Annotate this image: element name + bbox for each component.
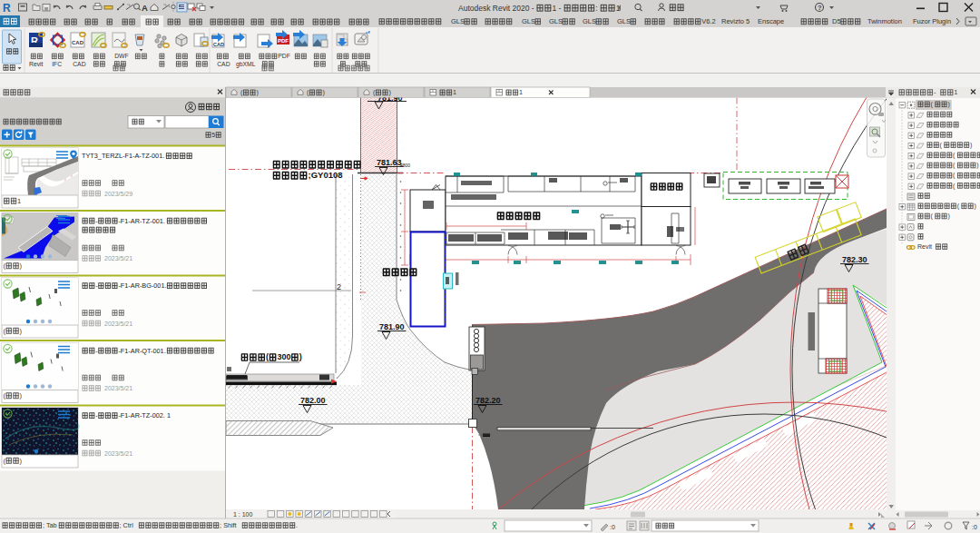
svg-text:GLS: GLS bbox=[522, 17, 535, 25]
svg-text::: : bbox=[595, 4, 597, 13]
svg-text:CAD: CAD bbox=[73, 61, 85, 67]
svg-text:300: 300 bbox=[277, 352, 290, 361]
svg-text:-F1-AR-QT-001.: -F1-AR-QT-001. bbox=[118, 347, 165, 355]
svg-text:-F1-AR-TZ-001.: -F1-AR-TZ-001. bbox=[118, 217, 165, 225]
svg-text:782.00: 782.00 bbox=[300, 396, 326, 405]
svg-text:2: 2 bbox=[337, 282, 341, 291]
svg-text:): ) bbox=[256, 88, 258, 96]
svg-text:Autodesk Revit 2020 -: Autodesk Revit 2020 - bbox=[458, 4, 534, 13]
svg-text:2023/5/21: 2023/5/21 bbox=[104, 321, 132, 327]
svg-text:1: 1 bbox=[954, 88, 957, 96]
svg-text:GLS: GLS bbox=[549, 17, 563, 25]
svg-text::0: :0 bbox=[972, 524, 977, 530]
svg-text:GLS: GLS bbox=[583, 17, 596, 25]
svg-text:1: 1 bbox=[17, 197, 21, 205]
svg-text:R: R bbox=[3, 2, 11, 15]
svg-text:1 : 100: 1 : 100 bbox=[233, 511, 253, 518]
svg-text:V6.2: V6.2 bbox=[701, 17, 715, 25]
svg-text:782.20: 782.20 bbox=[475, 396, 501, 405]
svg-text::0: :0 bbox=[610, 524, 615, 530]
svg-text:.: . bbox=[296, 521, 298, 529]
svg-text:): ) bbox=[975, 202, 976, 210]
svg-text:PDF: PDF bbox=[278, 38, 289, 44]
svg-text:CAD: CAD bbox=[72, 40, 84, 45]
svg-text:781.63: 781.63 bbox=[377, 158, 402, 167]
svg-text:gbXML: gbXML bbox=[236, 61, 256, 68]
svg-text:2023/5/21: 2023/5/21 bbox=[104, 255, 132, 262]
svg-text:GLS: GLS bbox=[617, 17, 631, 25]
svg-text:(: ( bbox=[266, 352, 269, 361]
svg-text:DWF: DWF bbox=[114, 53, 128, 59]
svg-text:): ) bbox=[322, 88, 324, 96]
svg-text:D5: D5 bbox=[832, 17, 841, 25]
svg-text:GLS: GLS bbox=[451, 17, 465, 25]
svg-text:Ctrl: Ctrl bbox=[123, 521, 134, 529]
svg-text:;: ; bbox=[220, 521, 221, 529]
svg-text:CAD: CAD bbox=[217, 61, 230, 67]
svg-text:2023/5/29: 2023/5/29 bbox=[104, 191, 132, 197]
svg-text:): ) bbox=[976, 162, 978, 169]
svg-text:A: A bbox=[142, 3, 148, 13]
svg-text:;GY0108: ;GY0108 bbox=[309, 170, 343, 180]
svg-text:Tab: Tab bbox=[46, 521, 57, 529]
svg-text:): ) bbox=[970, 142, 972, 149]
svg-text:1: 1 bbox=[519, 88, 523, 96]
svg-text:Revit: Revit bbox=[917, 243, 932, 250]
svg-text:Shift: Shift bbox=[223, 521, 236, 529]
svg-text:5: 5 bbox=[211, 132, 215, 138]
svg-text:): ) bbox=[947, 212, 949, 220]
svg-text:2023/5/21: 2023/5/21 bbox=[104, 450, 132, 457]
svg-text:PDF: PDF bbox=[278, 53, 290, 59]
svg-text:-F1-AR-TZ-002. 1: -F1-AR-TZ-002. 1 bbox=[118, 411, 171, 419]
svg-text:-F1-AR-BG-001.: -F1-AR-BG-001. bbox=[118, 281, 166, 290]
svg-text:Revit: Revit bbox=[29, 61, 44, 67]
svg-text:4800: 4800 bbox=[400, 163, 410, 168]
svg-text:TYT3_TERZL-F1-A-TZ-001.: TYT3_TERZL-F1-A-TZ-001. bbox=[82, 152, 164, 160]
svg-text:Revizto 5: Revizto 5 bbox=[721, 17, 750, 25]
svg-text:CAD: CAD bbox=[213, 42, 224, 47]
svg-text:1: 1 bbox=[453, 88, 456, 96]
svg-text:Fuzor Plugin: Fuzor Plugin bbox=[913, 17, 951, 25]
svg-text:Enscape: Enscape bbox=[758, 17, 784, 25]
svg-text:2023/5/21: 2023/5/21 bbox=[104, 385, 132, 391]
svg-text:): ) bbox=[388, 88, 390, 96]
svg-text:782.30: 782.30 bbox=[842, 255, 867, 264]
svg-text:): ) bbox=[299, 352, 302, 361]
svg-text:?: ? bbox=[818, 4, 822, 12]
svg-text:781.90: 781.90 bbox=[379, 322, 405, 331]
svg-text:Twinmotion: Twinmotion bbox=[867, 17, 902, 25]
svg-text:): ) bbox=[947, 101, 949, 108]
svg-text:IFC: IFC bbox=[52, 61, 62, 67]
svg-text:;: ; bbox=[43, 521, 44, 529]
svg-text:1 -: 1 - bbox=[553, 4, 562, 13]
svg-text:;: ; bbox=[120, 521, 122, 529]
